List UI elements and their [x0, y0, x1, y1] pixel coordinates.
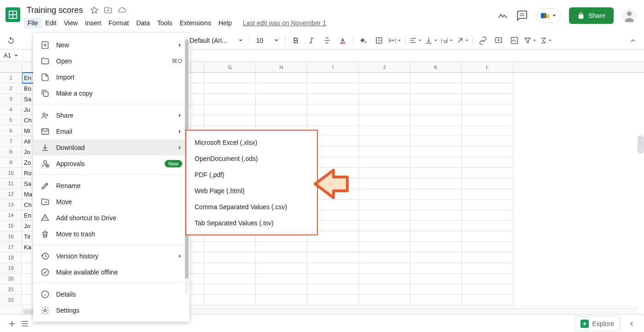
cell[interactable] — [359, 168, 410, 178]
download-xlsx[interactable]: Microsoft Excel (.xlsx) — [186, 134, 317, 150]
menu-move[interactable]: Move — [33, 194, 190, 210]
cell[interactable] — [359, 200, 410, 210]
cell[interactable] — [410, 210, 462, 221]
cell[interactable] — [359, 252, 410, 263]
cell[interactable] — [256, 263, 307, 274]
rotate-button[interactable] — [455, 33, 470, 48]
cell[interactable] — [359, 295, 410, 305]
italic-button[interactable] — [304, 33, 319, 48]
cell[interactable] — [256, 295, 307, 305]
cell[interactable] — [410, 189, 462, 200]
cell[interactable] — [204, 284, 256, 295]
download-pdf[interactable]: PDF (.pdf) — [186, 166, 317, 183]
comment-button[interactable] — [491, 33, 506, 48]
cell[interactable] — [256, 284, 307, 295]
menu-new[interactable]: New — [33, 37, 190, 53]
strike-button[interactable] — [320, 33, 334, 48]
cell[interactable] — [410, 73, 462, 83]
cell[interactable] — [359, 274, 410, 284]
row-header[interactable]: 3 — [0, 94, 22, 104]
row-header[interactable]: 17 — [0, 242, 22, 252]
add-sheet-button[interactable] — [6, 317, 18, 330]
bold-button[interactable] — [288, 33, 303, 48]
col-header[interactable]: G — [204, 62, 256, 72]
cell[interactable] — [410, 157, 462, 168]
menu-approvals[interactable]: Approvals New — [33, 155, 190, 172]
cell[interactable] — [307, 242, 359, 252]
menu-make-copy[interactable]: Make a copy — [33, 85, 190, 101]
row-header[interactable]: 5 — [0, 115, 22, 126]
row-header[interactable]: 1 — [0, 73, 22, 83]
row-header[interactable]: 22 — [0, 295, 22, 305]
col-header[interactable]: H — [256, 62, 307, 72]
menu-offline[interactable]: Make available offline — [33, 264, 190, 280]
row-header[interactable]: 12 — [0, 189, 22, 200]
cell[interactable] — [410, 168, 462, 178]
cell[interactable] — [307, 83, 359, 94]
text-color-button[interactable] — [335, 33, 350, 48]
cell[interactable] — [462, 157, 513, 168]
cell[interactable] — [410, 295, 462, 305]
cell[interactable] — [307, 295, 359, 305]
cell[interactable] — [359, 157, 410, 168]
meet-button[interactable] — [536, 8, 561, 23]
cell[interactable] — [307, 115, 359, 126]
share-button[interactable]: Share — [569, 7, 614, 24]
expand-toolbar-button[interactable] — [626, 33, 640, 48]
cell[interactable] — [359, 210, 410, 221]
cell[interactable] — [462, 231, 513, 242]
avatar[interactable] — [622, 8, 637, 23]
cell[interactable] — [256, 242, 307, 252]
cell[interactable] — [410, 178, 462, 189]
cloud-icon[interactable] — [118, 6, 126, 14]
cell[interactable] — [462, 73, 513, 83]
cell[interactable] — [204, 73, 256, 83]
cell[interactable] — [307, 274, 359, 284]
cell[interactable] — [462, 115, 513, 126]
cell[interactable] — [204, 252, 256, 263]
cell[interactable] — [256, 94, 307, 104]
cell[interactable] — [256, 104, 307, 115]
cell[interactable] — [462, 200, 513, 210]
cell[interactable] — [462, 126, 513, 136]
col-header[interactable]: J — [359, 62, 410, 72]
menu-help[interactable]: Help — [215, 17, 236, 29]
menu-file[interactable]: File — [24, 17, 42, 29]
download-ods[interactable]: OpenDocument (.ods) — [186, 150, 317, 166]
cell[interactable] — [462, 274, 513, 284]
comments-icon[interactable] — [517, 10, 528, 21]
row-header[interactable]: 21 — [0, 284, 22, 295]
row-header[interactable]: 16 — [0, 231, 22, 242]
star-icon[interactable] — [90, 6, 98, 14]
cell[interactable] — [204, 83, 256, 94]
menu-import[interactable]: Import — [33, 69, 190, 85]
cell[interactable] — [204, 115, 256, 126]
cell[interactable] — [359, 104, 410, 115]
cell[interactable] — [462, 221, 513, 231]
last-edit-link[interactable]: Last edit was on November 1 — [243, 19, 326, 27]
cell[interactable] — [359, 83, 410, 94]
row-header[interactable]: 4 — [0, 104, 22, 115]
menu-view[interactable]: View — [60, 17, 81, 29]
cell[interactable] — [462, 284, 513, 295]
row-header[interactable]: 13 — [0, 200, 22, 210]
menu-version-history[interactable]: Version history — [33, 248, 190, 264]
cell[interactable] — [410, 284, 462, 295]
doc-title[interactable]: Training scores — [24, 5, 86, 16]
row-header[interactable]: 20 — [0, 274, 22, 284]
side-panel-toggle[interactable] — [626, 317, 638, 330]
wrap-button[interactable] — [439, 33, 454, 48]
cell[interactable] — [359, 136, 410, 147]
cell[interactable] — [410, 83, 462, 94]
activity-icon[interactable] — [497, 10, 508, 21]
cell[interactable] — [204, 94, 256, 104]
cell[interactable] — [204, 263, 256, 274]
cell[interactable] — [359, 284, 410, 295]
cell[interactable] — [462, 147, 513, 157]
cell[interactable] — [359, 115, 410, 126]
cell[interactable] — [410, 136, 462, 147]
link-button[interactable] — [476, 33, 490, 48]
cell[interactable] — [462, 242, 513, 252]
font-select[interactable]: Default (Ari... — [186, 35, 247, 46]
cell[interactable] — [359, 73, 410, 83]
